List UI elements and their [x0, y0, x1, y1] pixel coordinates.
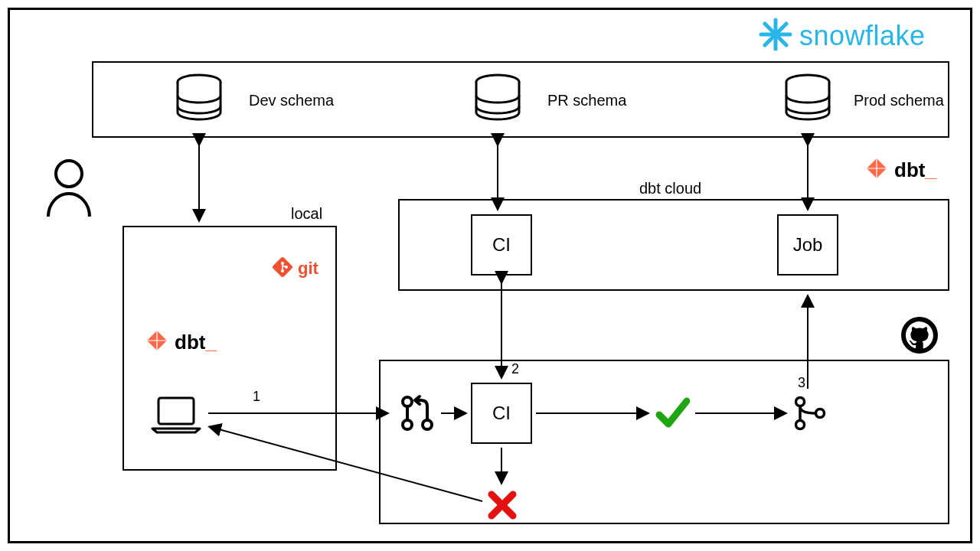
snowflake-text: snowflake	[799, 20, 926, 52]
svg-point-21	[816, 409, 825, 418]
db-pr-icon	[471, 73, 524, 129]
dbt-cloud-label: dbt cloud	[639, 180, 701, 197]
git-text: git	[298, 259, 318, 279]
github-container	[379, 360, 949, 524]
step-1-label: 1	[253, 389, 260, 405]
laptop-icon	[149, 394, 203, 439]
dbt-local-text: dbt_	[175, 331, 217, 354]
dbt-cloud-logo: dbt_	[865, 157, 936, 183]
git-icon	[272, 256, 293, 281]
step-2-label: 2	[511, 361, 519, 377]
step-3-label: 3	[798, 375, 805, 391]
dbt-cloud-text: dbt_	[894, 158, 936, 182]
local-label: local	[291, 205, 322, 223]
dbt-local-logo: dbt_	[145, 329, 217, 355]
svg-point-20	[796, 421, 805, 429]
dev-schema-label: Dev schema	[249, 92, 334, 109]
db-dev-icon	[172, 73, 226, 129]
svg-point-4	[773, 31, 779, 37]
snowflake-icon	[758, 17, 793, 55]
dbt-icon	[145, 329, 168, 355]
ci-cloud-box: CI	[471, 214, 532, 276]
db-prod-icon	[781, 73, 835, 129]
pr-schema-label: PR schema	[547, 92, 626, 109]
svg-point-8	[56, 161, 82, 187]
dbt-cloud-icon	[865, 157, 888, 183]
cross-icon	[487, 490, 518, 523]
job-box: Job	[777, 214, 838, 276]
svg-point-19	[796, 398, 805, 406]
job-text: Job	[793, 234, 823, 256]
svg-point-17	[423, 420, 432, 429]
user-icon	[42, 157, 96, 221]
ci-github-text: CI	[492, 403, 511, 424]
prod-schema-label: Prod schema	[854, 92, 944, 109]
merge-icon	[792, 395, 826, 435]
ci-github-box: CI	[471, 383, 532, 444]
svg-point-16	[403, 420, 412, 429]
check-icon	[655, 395, 690, 433]
ci-cloud-text: CI	[492, 234, 511, 256]
svg-rect-13	[158, 398, 194, 424]
git-logo: git	[272, 256, 318, 281]
svg-point-15	[403, 397, 412, 406]
snowflake-logo: snowflake	[758, 17, 926, 55]
github-icon	[900, 315, 939, 358]
pull-request-icon	[398, 394, 436, 435]
